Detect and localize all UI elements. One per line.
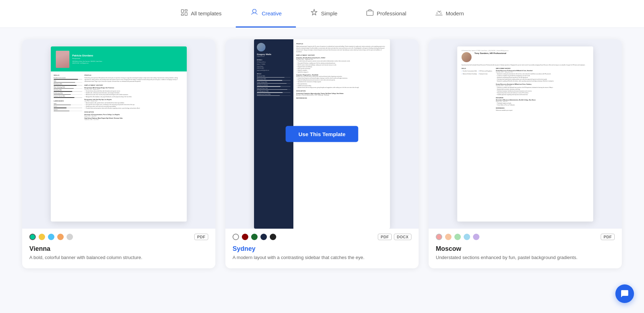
template-card-sydney: Gregory Walls Carpenter Details 24 Winwo… [225,39,419,268]
svg-rect-2 [185,13,187,15]
template-grid: Patricia Giordano Receptionist 3620 Elfs… [0,28,644,283]
sydney-avatar [257,43,265,51]
sydney-template-description: A modern layout with a contrasting sideb… [233,254,411,261]
template-category-nav: All templates Creative Simple Profession… [0,0,644,28]
creative-icon [250,8,259,19]
moscow-pdf-badge: PDF [601,234,615,240]
nav-professional-label: Professional [377,10,406,16]
moscow-avatar [462,52,472,62]
moscow-format-badges: PDF [601,234,615,240]
moscow-swatch-2[interactable] [445,234,452,240]
nav-modern[interactable]: Modern [421,0,478,28]
vienna-format-badges: PDF [194,234,208,240]
sydney-use-template-button[interactable]: Use This Template [286,126,358,142]
moscow-color-swatches [436,234,479,240]
vienna-person-name: Patricia Giordano [72,54,182,57]
svg-rect-1 [185,9,187,11]
sydney-format-badges: PDF DOCX [378,234,411,240]
vienna-pdf-badge: PDF [194,234,208,240]
modern-icon [435,9,443,18]
nav-simple-label: Simple [321,10,337,16]
professional-icon [366,9,374,18]
template-card-vienna: Patricia Giordano Receptionist 3620 Elfs… [22,39,215,268]
all-templates-icon [180,9,188,18]
vienna-card-footer: PDF [22,229,215,245]
vienna-person-title: Receptionist [72,58,182,59]
vienna-preview[interactable]: Patricia Giordano Receptionist 3620 Elfs… [22,39,215,229]
svg-rect-4 [367,11,373,15]
moscow-swatch-1[interactable] [436,234,442,240]
svg-rect-3 [181,14,183,15]
chat-support-button[interactable] [615,284,634,303]
moscow-person-name: Tony Sanders, HR Professional [474,52,589,54]
vienna-template-description: A bold, colorful banner with balanced co… [29,254,208,261]
moscow-swatch-3[interactable] [454,234,461,240]
sydney-person-name: Gregory Walls [257,53,291,55]
nav-all-templates-label: All templates [191,10,222,16]
sydney-swatch-4[interactable] [260,234,267,240]
sydney-card-info: Sydney A modern layout with a contrastin… [225,245,419,268]
nav-simple[interactable]: Simple [296,0,352,28]
nav-all-templates[interactable]: All templates [166,0,236,28]
vienna-template-name: Vienna [29,245,208,253]
nav-creative-label: Creative [262,10,282,16]
vienna-swatch-1[interactable] [29,234,36,240]
vienna-card-info: Vienna A bold, colorful banner with bala… [22,245,215,268]
template-card-moscow: 14 Pocketwood Drive, Stamford, CT 06901,… [429,39,622,268]
moscow-template-description: Understated sections enhanced by fun, pa… [436,254,615,261]
sydney-preview[interactable]: Gregory Walls Carpenter Details 24 Winwo… [225,39,419,229]
vienna-contact-info: 3620 Elfsthorn Street, San Francisco, CA… [72,61,182,64]
svg-rect-0 [181,9,183,12]
nav-creative[interactable]: Creative [236,0,296,28]
nav-professional[interactable]: Professional [352,0,421,28]
sydney-pdf-badge: PDF [378,234,392,240]
vienna-color-swatches [29,234,73,240]
vienna-swatch-3[interactable] [48,234,54,240]
vienna-swatch-2[interactable] [39,234,45,240]
simple-icon [310,9,318,18]
vienna-swatch-4[interactable] [57,234,64,240]
chat-icon [620,289,629,298]
sydney-swatch-1[interactable] [233,234,239,240]
sydney-swatch-5[interactable] [270,234,276,240]
moscow-swatch-5[interactable] [473,234,479,240]
sydney-color-swatches [233,234,276,240]
moscow-card-info: Moscow Understated sections enhanced by … [429,245,622,268]
moscow-preview[interactable]: 14 Pocketwood Drive, Stamford, CT 06901,… [429,39,622,229]
sydney-card-footer: PDF DOCX [225,229,419,245]
vienna-swatch-5[interactable] [67,234,73,240]
sydney-swatch-3[interactable] [251,234,258,240]
nav-modern-label: Modern [446,10,464,16]
sydney-template-name: Sydney [233,245,411,253]
sydney-person-title: Carpenter [257,56,291,57]
moscow-template-name: Moscow [436,245,615,253]
sydney-swatch-2[interactable] [242,234,248,240]
sydney-docx-badge: DOCX [394,234,411,240]
moscow-card-footer: PDF [429,229,622,245]
moscow-swatch-4[interactable] [464,234,470,240]
